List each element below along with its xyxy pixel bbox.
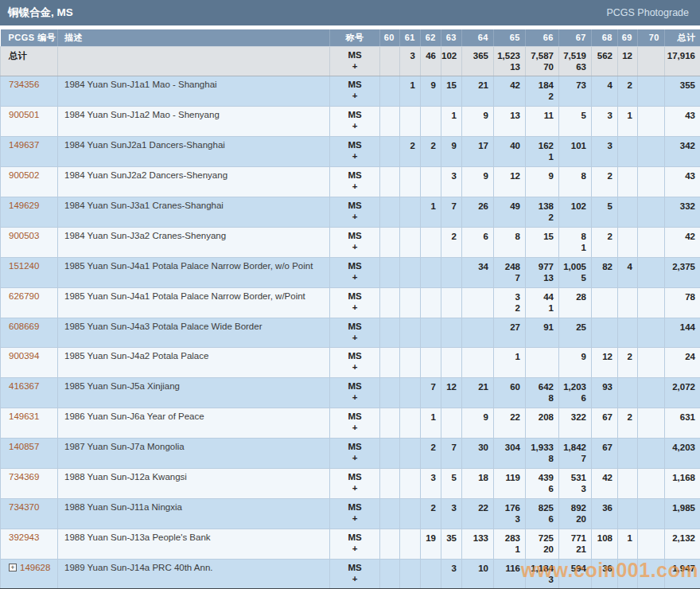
grade-cell-64: 365 xyxy=(462,46,494,76)
pcgs-id-link[interactable]: 149629 xyxy=(9,201,39,210)
pcgs-id-link[interactable]: 416367 xyxy=(9,381,39,391)
grade-cell-69 xyxy=(618,197,638,227)
grade-cell-63: 35 xyxy=(441,529,462,559)
description-cell: 1985 Yuan Sun-J5a Xinjiang xyxy=(58,378,330,408)
designation-ms-label: MS xyxy=(330,110,379,119)
pcgs-id-link[interactable]: 149628 xyxy=(20,563,50,572)
grade-cell-67: 73 xyxy=(559,76,592,107)
table-row: +608669 1985 Yuan Sun-J4a3 Potala Palace… xyxy=(1,318,700,348)
grade-cell-66: 91 xyxy=(526,318,559,348)
row-total-cell: 631 xyxy=(665,408,700,439)
table-body: +总计 MS + 3 46 102 365 1,52313 7,58770 7,… xyxy=(1,46,700,589)
grade-cell-69: 12 xyxy=(618,46,638,76)
pcgs-id-link[interactable]: 149631 xyxy=(9,412,39,421)
grade-cell-62 xyxy=(421,318,441,348)
pcgs-id-link[interactable]: 734369 xyxy=(9,472,39,482)
grade-cell-60 xyxy=(380,107,400,137)
designation-ms-label: MS xyxy=(330,412,379,421)
designation-plus-label: + xyxy=(330,333,379,342)
grade-cell-60 xyxy=(380,439,400,469)
grade-cell-62: 2 xyxy=(421,137,441,167)
description-cell: 1986 Yuan Sun-J6a Year of Peace xyxy=(58,408,330,439)
pcgs-id-cell: +734356 xyxy=(1,76,58,107)
grade-cell-70 xyxy=(638,318,665,348)
grade-cell-65: 12 xyxy=(494,167,526,197)
grade-cell-63: 102 xyxy=(441,46,462,76)
pcgs-id-link[interactable]: 140857 xyxy=(9,442,39,451)
grade-cell-66: 72520 xyxy=(526,529,559,559)
pcgs-id-link[interactable]: 734356 xyxy=(9,80,39,89)
table-row: +900501 1984 Yuan Sun-J1a2 Mao - Shenyan… xyxy=(1,107,700,137)
grade-cell-65: 22 xyxy=(494,408,526,439)
table-row: +900502 1984 Yuan SunJ2a2 Dancers-Shenya… xyxy=(1,167,700,197)
pcgs-id-link[interactable]: 900503 xyxy=(9,231,39,240)
grade-cell-60 xyxy=(380,227,400,257)
table-row: +149631 1986 Yuan Sun-J6a Year of Peace … xyxy=(1,408,700,439)
pcgs-id-cell: +734370 xyxy=(1,498,58,529)
grade-cell-62: 9 xyxy=(421,76,441,107)
pcgs-id-link[interactable]: 149637 xyxy=(9,140,39,150)
grade-cell-67: 7,51963 xyxy=(559,46,592,76)
grade-cell-63 xyxy=(441,408,462,439)
pcgs-id-link[interactable]: 151240 xyxy=(9,261,39,271)
description-cell: 1988 Yuan Sun-J13a People's Bank xyxy=(58,529,330,559)
designation-cell: MS + xyxy=(330,468,380,498)
grade-cell-67: 1,8427 xyxy=(559,439,592,469)
grade-cell-62: 1 xyxy=(421,197,441,227)
designation-ms-label: MS xyxy=(330,261,379,271)
row-total-cell: 24 xyxy=(665,348,700,378)
table-row: +416367 1985 Yuan Sun-J5a Xinjiang MS + … xyxy=(1,378,700,408)
grade-cell-62 xyxy=(421,348,441,378)
grade-cell-69 xyxy=(618,227,638,257)
photograde-link[interactable]: PCGS Photograde xyxy=(606,7,689,18)
expand-plus-icon[interactable]: + xyxy=(9,564,17,571)
grade-cell-65: 32 xyxy=(494,287,526,318)
pcgs-id-link[interactable]: 900394 xyxy=(9,351,39,361)
pcgs-id-link[interactable]: 900502 xyxy=(9,170,39,180)
grade-cell-63: 3 xyxy=(441,559,462,589)
designation-ms-label: MS xyxy=(330,170,379,180)
pcgs-id-link[interactable]: 392943 xyxy=(9,532,39,542)
grade-cell-61 xyxy=(400,468,421,498)
grade-cell-65: 1 xyxy=(494,348,526,378)
grade-cell-65: 119 xyxy=(494,468,526,498)
pcgs-id-link[interactable]: 734370 xyxy=(9,502,39,512)
grade-cell-69: 2 xyxy=(618,408,638,439)
grade-cell-61 xyxy=(400,318,421,348)
grade-cell-62: 2 xyxy=(421,439,441,469)
grade-cell-67: 594 xyxy=(559,559,592,589)
grade-cell-68: 2 xyxy=(592,167,618,197)
grade-cell-64: 34 xyxy=(462,257,494,287)
pcgs-id-link[interactable]: 900501 xyxy=(9,110,39,119)
designation-plus-label: + xyxy=(330,151,379,161)
grade-cell-70 xyxy=(638,378,665,408)
grade-cell-63 xyxy=(441,257,462,287)
designation-cell: MS + xyxy=(330,227,380,257)
grade-cell-64: 18 xyxy=(462,468,494,498)
designation-ms-label: MS xyxy=(330,291,379,301)
row-total-cell: 78 xyxy=(665,287,700,318)
grade-cell-62 xyxy=(421,227,441,257)
grade-cell-62 xyxy=(421,107,441,137)
grade-cell-63 xyxy=(441,287,462,318)
grade-cell-66: 1,9338 xyxy=(526,439,559,469)
table-row: +149628 1989 Yuan Sun-J14a PRC 40th Ann.… xyxy=(1,559,700,589)
grade-cell-69 xyxy=(618,559,638,589)
pcgs-id-cell: +392943 xyxy=(1,529,58,559)
grade-cell-62 xyxy=(421,167,441,197)
grade-cell-63: 7 xyxy=(441,439,462,469)
table-row: +140857 1987 Yuan Sun-J7a Mongolia MS + … xyxy=(1,439,700,469)
designation-plus-label: + xyxy=(330,513,379,523)
pcgs-id-link[interactable]: 608669 xyxy=(9,322,39,331)
designation-plus-label: + xyxy=(330,302,379,312)
grade-cell-60 xyxy=(380,378,400,408)
grade-cell-62: 1 xyxy=(421,408,441,439)
pcgs-id-link[interactable]: 626790 xyxy=(9,291,39,301)
grade-cell-64: 9 xyxy=(462,107,494,137)
grade-cell-63: 9 xyxy=(441,137,462,167)
grade-cell-61 xyxy=(400,197,421,227)
grade-cell-62: 7 xyxy=(421,378,441,408)
grade-cell-68: 42 xyxy=(592,468,618,498)
grade-cell-63: 3 xyxy=(441,498,462,529)
description-cell: 1988 Yuan Sun-J12a Kwangsi xyxy=(58,468,330,498)
